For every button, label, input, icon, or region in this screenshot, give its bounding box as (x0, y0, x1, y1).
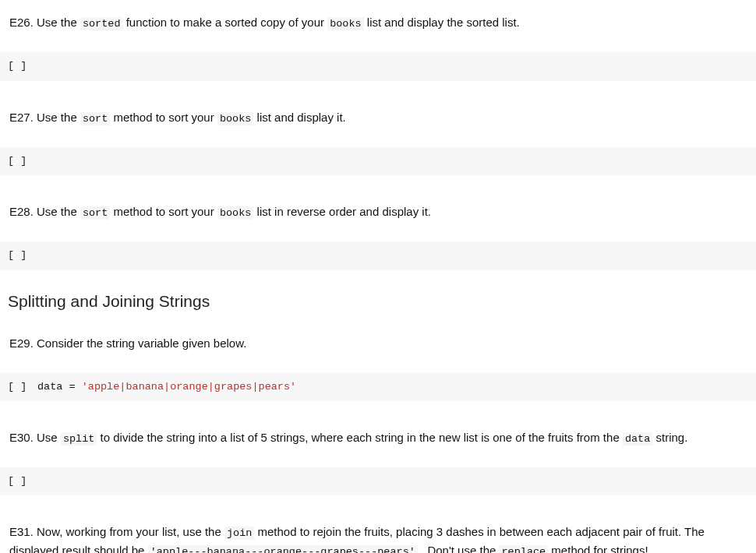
exercise-text-e27: E27. Use the sort method to sort your bo… (9, 109, 747, 127)
inline-code: join (224, 527, 254, 540)
exercise-text-e29: E29. Consider the string variable given … (9, 335, 747, 353)
markdown-cell-e29: E29. Consider the string variable given … (0, 321, 756, 367)
code-input[interactable]: data = 'apple|banana|orange|grapes|pears… (37, 379, 748, 395)
inline-code: sort (80, 112, 110, 125)
code-cell-e29[interactable]: [ ] data = 'apple|banana|orange|grapes|p… (0, 373, 756, 401)
text: E27. Use the (9, 111, 80, 124)
cell-prompt: [ ] (8, 153, 37, 169)
text: method to sort your (110, 111, 217, 124)
text: list and display it. (253, 111, 345, 124)
text: list and display the sorted list. (364, 16, 520, 29)
inline-code: books (327, 17, 364, 30)
inline-code: sort (80, 206, 110, 220)
inline-code: books (217, 112, 254, 125)
text: method to sort your (110, 205, 217, 218)
cell-prompt: [ ] (8, 248, 37, 263)
notebook: E26. Use the sorted function to make a s… (0, 0, 756, 553)
code-cell-e27[interactable]: [ ] (0, 147, 756, 175)
cell-prompt: [ ] (8, 474, 37, 489)
markdown-cell-e31: E31. Now, working from your list, use th… (0, 509, 756, 553)
exercise-text-e30: E30. Use split to divide the string into… (9, 429, 747, 447)
markdown-cell-e30: E30. Use split to divide the string into… (0, 415, 756, 461)
cell-prompt: [ ] (8, 379, 37, 395)
code-cell-e28[interactable]: [ ] (0, 241, 756, 269)
inline-code: 'apple---banana---orange---grapes---pear… (148, 545, 418, 554)
inline-code: books (217, 206, 254, 220)
exercise-text-e26: E26. Use the sorted function to make a s… (9, 14, 747, 32)
inline-code: split (61, 432, 97, 446)
inline-code: replace (499, 545, 548, 554)
text: E31. Now, working from your list, use th… (9, 525, 224, 538)
text: to divide the string into a list of 5 st… (97, 431, 623, 444)
text: E28. Use the (9, 205, 80, 218)
text: method for strings! (548, 544, 648, 554)
text: function to make a sorted copy of your (123, 16, 328, 29)
code-text: data = (37, 381, 82, 393)
text: list in reverse order and display it. (253, 205, 431, 218)
text: . Don't use the (418, 544, 500, 554)
text: string. (652, 431, 687, 444)
exercise-text-e28: E28. Use the sort method to sort your bo… (9, 203, 747, 221)
markdown-cell-e26: E26. Use the sorted function to make a s… (0, 0, 756, 46)
markdown-cell-e28: E28. Use the sort method to sort your bo… (0, 189, 756, 235)
inline-code: sorted (80, 17, 123, 30)
exercise-text-e31: E31. Now, working from your list, use th… (9, 523, 747, 553)
code-string: 'apple|banana|orange|grapes|pears' (82, 381, 296, 393)
code-cell-e30[interactable]: [ ] (0, 467, 756, 495)
text: E30. Use (9, 431, 61, 444)
inline-code: data (623, 432, 652, 446)
cell-prompt: [ ] (8, 58, 37, 74)
text: E26. Use the (9, 16, 80, 29)
markdown-cell-e27: E27. Use the sort method to sort your bo… (0, 95, 756, 141)
code-cell-e26[interactable]: [ ] (0, 52, 756, 80)
section-heading: Splitting and Joining Strings (0, 289, 756, 314)
